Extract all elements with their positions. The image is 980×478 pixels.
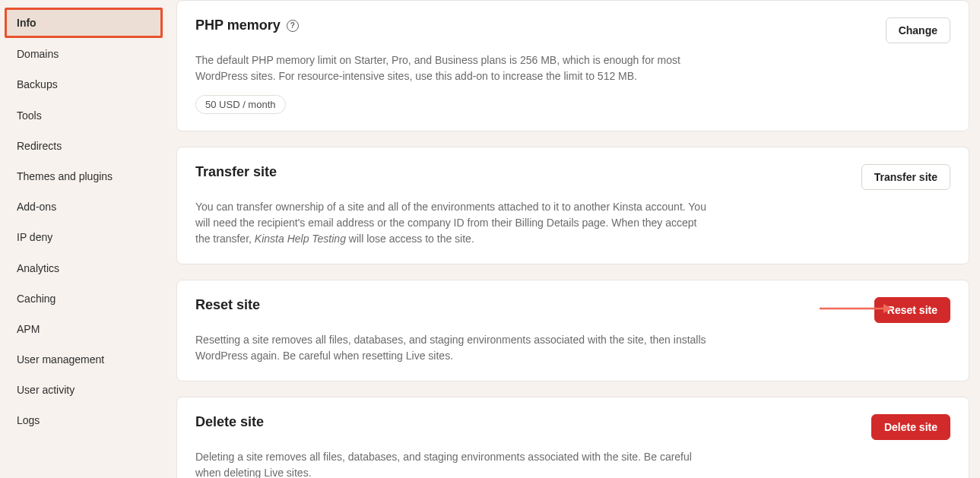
delete-site-button[interactable]: Delete site [871, 414, 950, 440]
card-head: PHP memory ? Change [195, 17, 950, 43]
sidebar-item-ip-deny[interactable]: IP deny [5, 223, 163, 252]
sidebar-item-label: Logs [17, 414, 40, 426]
main-content: PHP memory ? Change The default PHP memo… [166, 0, 980, 478]
sidebar-item-logs[interactable]: Logs [5, 406, 163, 435]
sidebar-item-label: Redirects [17, 140, 62, 152]
sidebar-item-label: Analytics [17, 262, 59, 274]
sidebar-item-label: IP deny [17, 231, 52, 243]
help-icon[interactable]: ? [287, 20, 299, 32]
reset-site-button[interactable]: Reset site [874, 297, 950, 323]
card-head: Delete site Delete site [195, 414, 950, 440]
transfer-site-button[interactable]: Transfer site [861, 164, 950, 190]
sidebar-item-label: Backups [17, 78, 58, 90]
sidebar-item-label: User activity [17, 384, 75, 396]
sidebar: Info Domains Backups Tools Redirects The… [0, 0, 166, 478]
sidebar-item-info[interactable]: Info [5, 8, 163, 38]
price-pill: 50 USD / month [195, 95, 286, 114]
sidebar-item-apm[interactable]: APM [5, 315, 163, 343]
card-title-wrap: PHP memory ? [195, 17, 299, 33]
sidebar-item-backups[interactable]: Backups [5, 70, 163, 99]
sidebar-item-caching[interactable]: Caching [5, 284, 163, 313]
card-title: PHP memory [195, 17, 281, 33]
sidebar-item-label: Themes and plugins [17, 170, 113, 182]
card-php-memory: PHP memory ? Change The default PHP memo… [176, 0, 969, 131]
sidebar-item-user-management[interactable]: User management [5, 345, 163, 374]
card-title: Delete site [195, 414, 264, 430]
desc-em: Kinsta Help Testing [255, 233, 346, 245]
sidebar-item-label: Tools [17, 109, 42, 122]
sidebar-item-label: Domains [17, 48, 59, 60]
sidebar-item-tools[interactable]: Tools [5, 101, 163, 130]
sidebar-item-analytics[interactable]: Analytics [5, 254, 163, 283]
change-button[interactable]: Change [886, 17, 950, 43]
sidebar-item-label: Add-ons [17, 201, 56, 213]
sidebar-item-domains[interactable]: Domains [5, 40, 163, 68]
sidebar-item-themes-plugins[interactable]: Themes and plugins [5, 162, 163, 191]
card-title: Transfer site [195, 164, 277, 180]
sidebar-item-label: Info [17, 17, 36, 29]
sidebar-item-label: Caching [17, 293, 56, 305]
card-head: Reset site Reset site [195, 297, 950, 323]
card-description: You can transfer ownership of a site and… [195, 199, 712, 247]
card-delete-site: Delete site Delete site Deleting a site … [176, 397, 969, 478]
sidebar-item-label: User management [17, 353, 104, 366]
card-reset-site: Reset site Reset site Resetting a site r… [176, 280, 969, 381]
card-title: Reset site [195, 297, 260, 313]
card-description: Deleting a site removes all files, datab… [195, 449, 712, 478]
sidebar-item-redirects[interactable]: Redirects [5, 131, 163, 160]
card-head: Transfer site Transfer site [195, 164, 950, 190]
sidebar-item-label: APM [17, 323, 40, 335]
sidebar-item-user-activity[interactable]: User activity [5, 375, 163, 404]
card-description: The default PHP memory limit on Starter,… [195, 52, 712, 84]
card-description: Resetting a site removes all files, data… [195, 332, 712, 364]
desc-post: will lose access to the site. [346, 233, 474, 245]
sidebar-item-add-ons[interactable]: Add-ons [5, 192, 163, 221]
card-transfer-site: Transfer site Transfer site You can tran… [176, 147, 969, 264]
